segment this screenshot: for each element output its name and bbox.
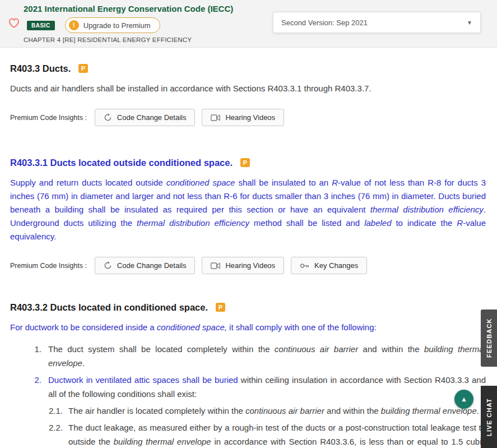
history-icon	[104, 261, 112, 270]
exclamation-icon: !	[69, 20, 79, 30]
list-item-text: The air handler is located completely wi…	[68, 404, 486, 418]
section-r403-3: R403.3 Ducts. P Ducts and air handlers s…	[10, 63, 486, 126]
hearing-videos-button[interactable]: Hearing Videos	[202, 257, 284, 274]
button-label: Hearing Videos	[225, 261, 275, 270]
insights-label: Premium Code Insights :	[10, 262, 87, 270]
favorite-heart-icon[interactable]	[8, 17, 20, 29]
plan-badge: BASIC	[27, 21, 55, 30]
section-heading-text: R403.3 Ducts.	[10, 63, 71, 73]
key-icon	[300, 262, 309, 269]
section-paragraph: Ducts and air handlers shall be installe…	[10, 82, 486, 95]
insights-row: Premium Code Insights : Code Change Deta…	[10, 257, 486, 274]
list-item: 2. Ductwork in ventilated attic spaces s…	[25, 373, 486, 401]
header: 2021 International Energy Conservation C…	[0, 0, 497, 48]
section-heading: R403.3.1 Ducts located outside condition…	[10, 158, 486, 168]
code-change-details-button[interactable]: Code Change Details	[95, 257, 196, 274]
insights-row: Premium Code Insights : Code Change Deta…	[10, 109, 486, 126]
list-number: 2.2.	[44, 421, 63, 448]
premium-p-badge[interactable]: P	[216, 303, 225, 312]
live-chat-tab[interactable]: LIVE CHAT	[481, 386, 497, 448]
section-paragraph: Supply and return ducts located outside …	[10, 176, 486, 243]
section-r403-3-1: R403.3.1 Ducts located outside condition…	[10, 158, 486, 274]
version-label: Second Version: Sep 2021	[281, 19, 368, 27]
arrow-up-icon: ▲	[461, 395, 467, 403]
insights-label: Premium Code Insights :	[10, 114, 87, 122]
scroll-to-top-button[interactable]: ▲	[454, 390, 473, 409]
code-content: R403.3 Ducts. P Ducts and air handlers s…	[0, 63, 497, 448]
video-icon	[211, 262, 220, 269]
section-r403-3-2: R403.3.2 Ducts located in conditioned sp…	[10, 302, 486, 448]
video-icon	[211, 114, 220, 121]
section-paragraph: For ductwork to be considered inside a c…	[10, 321, 486, 334]
chevron-down-icon: ▼	[467, 20, 472, 26]
upgrade-premium-button[interactable]: ! Upgrade to Premium	[65, 17, 160, 33]
button-label: Code Change Details	[117, 113, 187, 122]
section-heading-text: R403.3.2 Ducts located in conditioned sp…	[10, 302, 208, 312]
list-item: 2.1. The air handler is located complete…	[44, 404, 486, 418]
upgrade-label: Upgrade to Premium	[83, 21, 151, 30]
button-label: Hearing Videos	[225, 113, 275, 122]
code-change-details-button[interactable]: Code Change Details	[95, 109, 196, 126]
section-heading: R403.3 Ducts. P	[10, 63, 486, 74]
list-item: 1. The duct system shall be located comp…	[25, 342, 486, 370]
list-number: 1.	[25, 342, 41, 370]
list-number: 2.	[25, 373, 41, 401]
ordered-list: 1. The duct system shall be located comp…	[10, 342, 486, 448]
list-item-text: The duct leakage, as measured either by …	[68, 421, 486, 448]
button-label: Code Change Details	[117, 261, 187, 270]
feedback-tab[interactable]: FEEDBACK	[481, 310, 497, 367]
list-number: 2.1.	[44, 404, 63, 418]
version-selector[interactable]: Second Version: Sep 2021 ▼	[273, 12, 481, 33]
button-label: Key Changes	[314, 261, 358, 270]
breadcrumb: CHAPTER 4 [RE] RESIDENTIAL ENERGY EFFICI…	[24, 36, 497, 43]
premium-p-badge[interactable]: P	[240, 158, 250, 167]
key-changes-button[interactable]: Key Changes	[291, 257, 367, 274]
section-heading-text: R403.3.1 Ducts located outside condition…	[10, 158, 233, 168]
list-item: 2.2. The duct leakage, as measured eithe…	[44, 421, 486, 448]
history-icon	[104, 113, 112, 122]
hearing-videos-button[interactable]: Hearing Videos	[202, 109, 284, 126]
premium-p-badge[interactable]: P	[78, 64, 88, 73]
list-item-text: The duct system shall be located complet…	[48, 342, 486, 370]
section-heading: R403.3.2 Ducts located in conditioned sp…	[10, 302, 486, 313]
list-item-text: Ductwork in ventilated attic spaces shal…	[48, 373, 486, 401]
